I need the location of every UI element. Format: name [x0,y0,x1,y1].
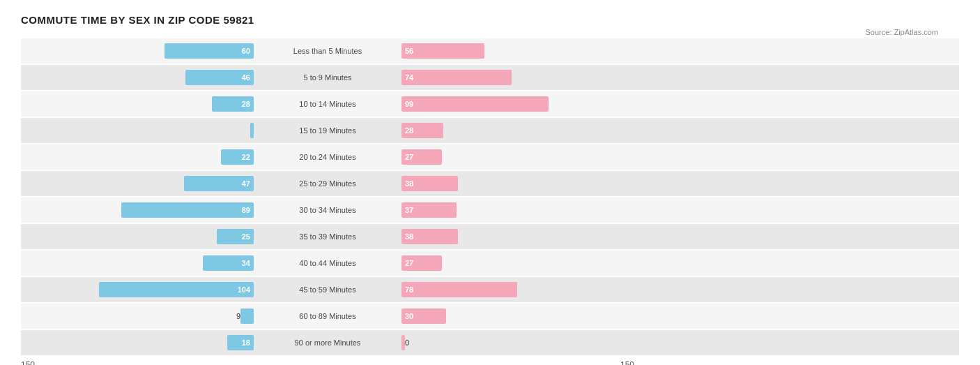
male-bar: 47 [184,176,254,191]
male-bar: 34 [203,255,254,271]
male-bar: 28 [212,96,254,112]
female-bar-value: 78 [405,285,413,294]
row-label: 30 to 34 Minutes [258,206,397,214]
row-label: 15 to 19 Minutes [258,126,397,135]
left-section: 22 [21,149,258,165]
female-bar: 30 [401,308,446,324]
chart-row: 34 40 to 44 Minutes 27 [21,251,959,276]
row-label: 20 to 24 Minutes [258,153,397,161]
male-bar: 46 [185,70,254,85]
left-section: 9 [21,308,258,324]
female-bar: 78 [401,282,517,297]
left-section: 60 [21,43,258,59]
chart-title: COMMUTE TIME BY SEX IN ZIP CODE 59821 [21,14,959,26]
male-bar: 89 [121,202,254,218]
left-section: 18 [21,335,258,350]
male-bar: 18 [227,335,254,350]
right-section: 27 [397,149,634,165]
chart-row: 18 90 or more Minutes 0 [21,330,959,355]
female-bar: 99 [401,96,549,112]
female-bar-value: 27 [405,259,413,267]
axis-left-val: 150 [21,360,35,365]
male-bar: 22 [221,149,254,165]
male-bar-value: 89 [242,206,250,214]
female-bar: 28 [401,123,443,138]
female-bar-value: 38 [405,232,413,241]
row-label: 5 to 9 Minutes [258,73,397,82]
female-bar-value: 99 [405,100,413,108]
male-bar-value: 28 [242,100,250,108]
male-bar [240,308,254,324]
male-bar: 25 [217,229,254,244]
female-bar-value: 28 [405,126,413,135]
male-bar-value: 18 [242,338,250,347]
chart-row: 15 to 19 Minutes 28 [21,118,959,143]
chart-row: 28 10 to 14 Minutes 99 [21,91,959,117]
chart-row: 46 5 to 9 Minutes 74 [21,65,959,90]
left-section: 25 [21,229,258,244]
female-bar-value: 37 [405,206,413,214]
right-section: 78 [397,282,634,297]
male-bar-value: 47 [242,179,250,188]
female-bar-value: 56 [405,47,413,55]
left-section: 34 [21,255,258,271]
row-label: Less than 5 Minutes [258,47,397,55]
female-bar-value: 38 [405,179,413,188]
chart-row: 9 60 to 89 Minutes 30 [21,304,959,329]
female-bar: 27 [401,149,442,165]
right-section: 56 [397,43,634,59]
male-bar-value: 60 [242,47,250,55]
axis-right-val: 150 [620,360,634,365]
right-section: 74 [397,70,634,85]
female-bar: 37 [401,202,457,218]
chart-row: 22 20 to 24 Minutes 27 [21,144,959,170]
row-label: 40 to 44 Minutes [258,259,397,267]
female-bar: 74 [401,70,512,85]
chart-row: 47 25 to 29 Minutes 38 [21,171,959,196]
chart-row: 89 30 to 34 Minutes 37 [21,198,959,223]
row-label: 45 to 59 Minutes [258,285,397,294]
right-section: 0 [397,335,634,350]
chart-area: 60 Less than 5 Minutes 56 46 5 to 9 Minu… [21,38,959,365]
left-section: 46 [21,70,258,85]
male-bar-value: 34 [242,259,250,267]
right-section: 27 [397,255,634,271]
female-bar-value: 30 [405,312,413,320]
row-label: 25 to 29 Minutes [258,179,397,188]
female-bar: 56 [401,43,484,59]
axis-row: 150 150 [21,357,959,365]
left-section: 89 [21,202,258,218]
right-section: 99 [397,96,634,112]
right-section: 37 [397,202,634,218]
male-bar-value: 25 [242,232,250,241]
female-bar-value: 27 [405,153,413,161]
female-bar: 38 [401,176,458,191]
chart-row: 60 Less than 5 Minutes 56 [21,38,959,64]
female-bar: 27 [401,255,442,271]
right-section: 38 [397,176,634,191]
left-section: 47 [21,176,258,191]
left-section: 28 [21,96,258,112]
row-label: 60 to 89 Minutes [258,312,397,320]
right-section: 30 [397,308,634,324]
right-section: 28 [397,123,634,138]
left-section: 104 [21,282,258,297]
left-section [21,123,258,138]
row-label: 10 to 14 Minutes [258,100,397,108]
right-section: 38 [397,229,634,244]
male-bar: 60 [164,43,254,59]
chart-row: 104 45 to 59 Minutes 78 [21,277,959,302]
row-label: 90 or more Minutes [258,338,397,347]
female-bar-value: 74 [405,73,413,82]
female-value: 0 [405,338,409,347]
male-bar-value: 22 [242,153,250,161]
chart-row: 25 35 to 39 Minutes 38 [21,224,959,249]
male-bar-value: 104 [238,285,250,294]
row-label: 35 to 39 Minutes [258,232,397,241]
female-bar: 38 [401,229,458,244]
male-bar [250,123,254,138]
male-bar-value: 46 [242,73,250,82]
source-label: Source: ZipAtlas.com [865,28,938,36]
male-bar: 104 [99,282,254,297]
